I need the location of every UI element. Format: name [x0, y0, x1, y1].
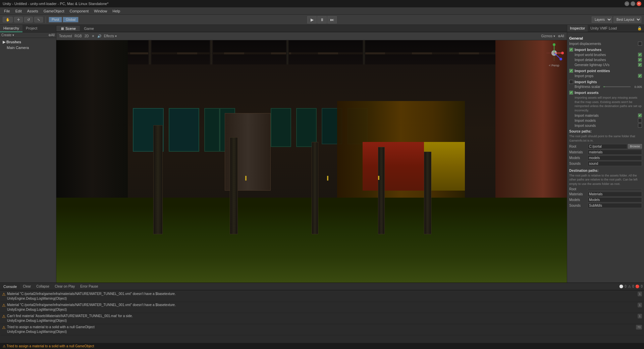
layout-dropdown[interactable]: Best Layout: [613, 16, 641, 23]
general-header: General: [569, 36, 642, 40]
textured-button[interactable]: Textured: [59, 34, 72, 38]
clear-on-play-button[interactable]: Clear on Play: [52, 284, 77, 289]
scale-tool-button[interactable]: ⤡: [34, 17, 43, 22]
import-brushes-checkbox[interactable]: ✓: [569, 48, 573, 52]
menu-gameobject[interactable]: GameObject: [41, 8, 67, 14]
dest-paths-header: Destination paths:: [569, 169, 642, 172]
project-tab[interactable]: Project: [22, 25, 41, 32]
persp-label: < Persp: [549, 64, 559, 67]
lighting-button[interactable]: ☀: [92, 34, 95, 38]
dest-root-label: Root: [569, 187, 588, 191]
gizmo-svg: [544, 43, 564, 63]
viewport[interactable]: < Persp: [56, 40, 567, 283]
dest-sounds-value[interactable]: SubMdls: [588, 203, 642, 208]
light-marker-1: [245, 176, 247, 181]
import-assets-label: Import assets: [575, 91, 599, 95]
pivot-global-toggle: Pivot Global: [49, 17, 78, 22]
close-button[interactable]: ✕: [637, 1, 641, 6]
step-button[interactable]: ⏭: [327, 16, 337, 23]
source-sounds-label: Sounds: [569, 162, 588, 165]
dest-models-value[interactable]: Models: [588, 197, 642, 202]
console-entry-3[interactable]: ⚠ Can't find material 'Assets\Materials\…: [1, 313, 643, 324]
import-point-entities-checkbox[interactable]: ✓: [569, 69, 573, 73]
import-world-brushes-label: Import world brushes: [575, 53, 638, 57]
import-materials-cb[interactable]: ✓: [638, 113, 642, 117]
maximize-button[interactable]: □: [631, 1, 635, 6]
source-sounds-value[interactable]: sound: [588, 161, 642, 166]
dest-models-row: Models Models: [569, 197, 642, 202]
inspector-tab[interactable]: Inspector: [567, 25, 588, 32]
left-panel: Hierarchy Project Create ▾ ⊕All ▶ Brushe…: [0, 25, 56, 283]
source-materials-value[interactable]: materials: [588, 150, 642, 155]
game-tab[interactable]: Game: [80, 26, 98, 31]
menu-edit[interactable]: Edit: [13, 8, 24, 14]
import-props-row: Import props ✓: [575, 74, 642, 78]
hand-tool-button[interactable]: ✋: [3, 17, 13, 22]
import-lights-checkbox[interactable]: [569, 80, 573, 84]
import-displacements-checkbox[interactable]: [638, 42, 642, 46]
menu-assets[interactable]: Assets: [24, 8, 41, 14]
center-panel: 🖥 Scene Game Textured RGB 2D ☀ 🔊 Effects…: [56, 25, 567, 283]
gizmos-button[interactable]: Gizmos ▾: [541, 34, 555, 38]
unity-vmf-tab[interactable]: Unity VMF Load: [588, 25, 620, 32]
mode-2d-button[interactable]: 2D: [85, 34, 89, 38]
import-point-entities-header-row: ✓ Import point entities: [569, 69, 642, 73]
import-sounds-cb[interactable]: [638, 123, 642, 128]
hierarchy-item-brushes[interactable]: ▶ Brushes: [1, 39, 55, 45]
rotate-tool-button[interactable]: ↺: [24, 17, 33, 22]
pause-button[interactable]: ⏸: [317, 16, 327, 23]
menu-help[interactable]: Help: [110, 8, 123, 14]
import-detail-brushes-cb[interactable]: ✓: [638, 58, 642, 62]
warning-icon-2: ⚠: [2, 303, 6, 308]
console-tab[interactable]: Console: [0, 284, 20, 289]
source-materials-row: Materials materials: [569, 150, 642, 155]
import-world-brushes-cb[interactable]: ✓: [638, 53, 642, 57]
pivot-button[interactable]: Pivot: [49, 17, 62, 22]
import-models-cb[interactable]: [638, 118, 642, 122]
menu-component[interactable]: Component: [67, 8, 91, 14]
scene-tab[interactable]: 🖥 Scene: [56, 26, 80, 31]
collapse-button[interactable]: Collapse: [34, 284, 52, 289]
global-button[interactable]: Global: [63, 17, 78, 22]
hierarchy-content: ▶ Brushes Main Camera: [0, 38, 56, 283]
error-pause-button[interactable]: Error Pause: [77, 284, 101, 289]
minimize-button[interactable]: ─: [625, 1, 629, 6]
brightness-slider[interactable]: [603, 86, 631, 87]
move-tool-button[interactable]: ✛: [14, 17, 23, 22]
import-props-cb[interactable]: ✓: [638, 74, 642, 78]
console-entry-2[interactable]: ⚠ Material "C:/portal2/infra/game/infra/…: [1, 302, 643, 313]
play-button[interactable]: ▶: [307, 16, 317, 23]
search-scene-button[interactable]: ⊕All: [558, 34, 564, 38]
import-world-brushes-row: Import world brushes ✓: [575, 53, 642, 57]
generate-lightmap-uvs-cb[interactable]: ✓: [638, 63, 642, 67]
dest-materials-label: Materials: [569, 192, 588, 196]
brightness-value: 0.005: [632, 85, 642, 89]
clear-button[interactable]: Clear: [20, 284, 34, 289]
dest-materials-value[interactable]: Materials: [588, 192, 642, 197]
source-root-value[interactable]: C:/portal: [588, 144, 627, 149]
rgb-button[interactable]: RGB: [74, 34, 82, 38]
source-paths-header: Source paths:: [569, 130, 642, 133]
inspector-lock-button[interactable]: 🔒: [635, 25, 644, 32]
console-entry-1[interactable]: ⚠ Material "C:/portal2/infra/game/infra/…: [1, 291, 643, 302]
effects-button[interactable]: Effects ▾: [104, 34, 117, 38]
browse-button[interactable]: Browse: [628, 144, 642, 149]
menu-window[interactable]: Window: [91, 8, 110, 14]
import-materials-row: Import materials ✓: [575, 113, 642, 117]
layers-dropdown[interactable]: Layers: [592, 16, 612, 23]
inspector-tabs: Inspector Unity VMF Load 🔒: [567, 25, 644, 32]
audio-button[interactable]: 🔊: [97, 34, 101, 38]
menu-file[interactable]: File: [1, 8, 13, 14]
dest-root-value[interactable]: [588, 189, 642, 190]
window-controls: ─ □ ✕: [625, 1, 641, 6]
brightness-scalar-row: Brightness scalar 0.005: [569, 85, 642, 89]
import-assets-checkbox[interactable]: ✓: [569, 91, 573, 95]
create-button[interactable]: Create ▾: [1, 33, 14, 37]
bottom-panel: Console Clear Collapse Clear on Play Err…: [0, 283, 644, 343]
source-models-value[interactable]: models: [588, 155, 642, 160]
hierarchy-tab[interactable]: Hierarchy: [0, 25, 22, 32]
hierarchy-item-camera[interactable]: Main Camera: [1, 45, 55, 50]
search-all-button[interactable]: ⊕All: [48, 33, 55, 37]
error-count: 0: [641, 285, 643, 288]
console-entry-4[interactable]: ⚠ Tried to assign a material to a solid …: [1, 324, 643, 335]
